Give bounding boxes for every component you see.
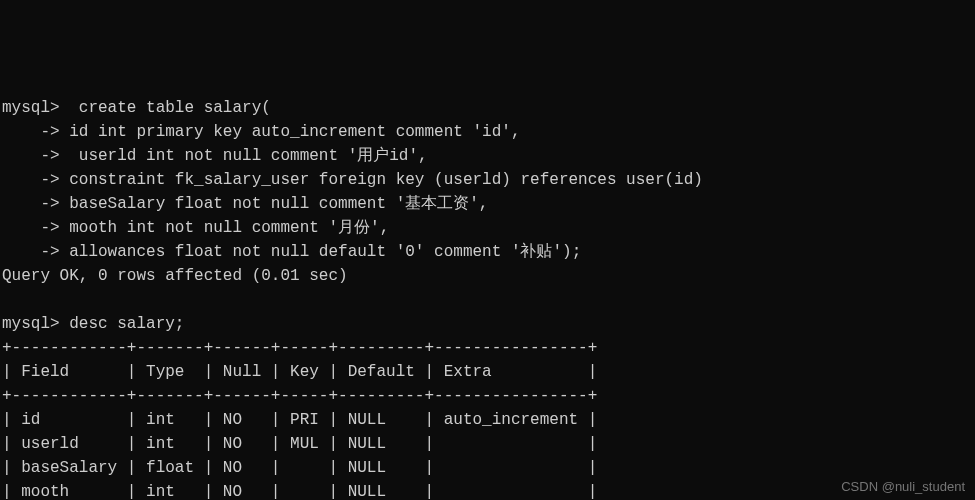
sql-prompt-line: mysql> desc salary; bbox=[2, 315, 184, 333]
watermark-text: CSDN @nuli_student bbox=[841, 477, 965, 497]
sql-continuation-line: -> mooth int not null comment '月份', bbox=[2, 219, 389, 237]
query-result-line: Query OK, 0 rows affected (0.01 sec) bbox=[2, 267, 348, 285]
table-header: | Field | Type | Null | Key | Default | … bbox=[2, 363, 597, 381]
sql-continuation-line: -> id int primary key auto_increment com… bbox=[2, 123, 520, 141]
table-row: | id | int | NO | PRI | NULL | auto_incr… bbox=[2, 411, 597, 429]
terminal-output: mysql> create table salary( -> id int pr… bbox=[0, 96, 975, 500]
table-border: +------------+-------+------+-----+-----… bbox=[2, 387, 597, 405]
table-row: | baseSalary | float | NO | | NULL | | bbox=[2, 459, 597, 477]
table-row: | userld | int | NO | MUL | NULL | | bbox=[2, 435, 597, 453]
sql-continuation-line: -> baseSalary float not null comment '基本… bbox=[2, 195, 488, 213]
sql-continuation-line: -> constraint fk_salary_user foreign key… bbox=[2, 171, 703, 189]
sql-prompt-line: mysql> create table salary( bbox=[2, 99, 271, 117]
sql-continuation-line: -> userld int not null comment '用户id', bbox=[2, 147, 428, 165]
sql-continuation-line: -> allowances float not null default '0'… bbox=[2, 243, 581, 261]
table-row: | mooth | int | NO | | NULL | | bbox=[2, 483, 597, 500]
table-border: +------------+-------+------+-----+-----… bbox=[2, 339, 597, 357]
